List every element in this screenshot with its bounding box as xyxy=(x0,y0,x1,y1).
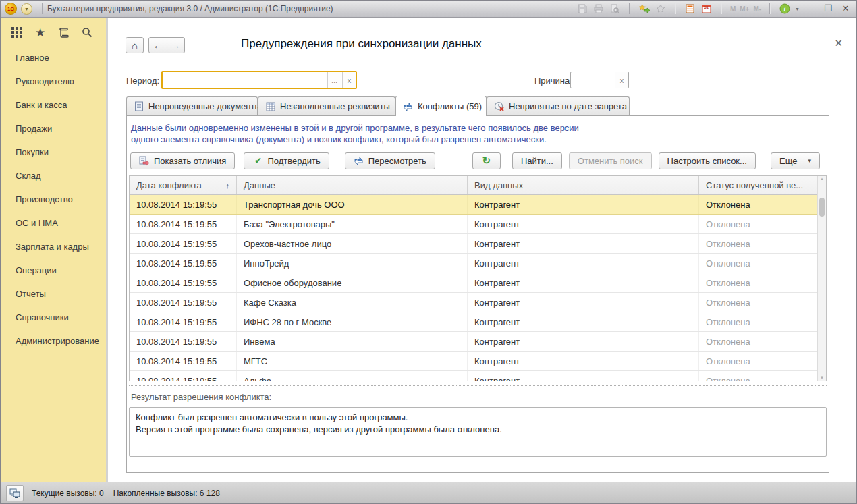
sync-arrows-icon xyxy=(403,101,413,111)
period-clear-button[interactable]: x xyxy=(342,72,356,88)
back-button[interactable]: ← xyxy=(149,38,167,53)
refresh-button[interactable]: ↻ xyxy=(472,152,501,169)
history-icon[interactable] xyxy=(57,26,70,39)
confirm-button[interactable]: ✔Подтвердить xyxy=(244,152,329,169)
cell-data: Транспортная дочь ООО xyxy=(237,195,468,214)
tab-1[interactable]: Незаполненные реквизиты xyxy=(258,96,395,115)
result-text-box: Конфликт был разрешен автоматически в по… xyxy=(129,407,827,457)
favorites-icon[interactable] xyxy=(655,3,667,15)
cell-status: Отклонена xyxy=(699,195,819,214)
info-icon[interactable]: i xyxy=(779,3,791,15)
print-preview-icon[interactable] xyxy=(609,3,621,15)
sidebar-item-6[interactable]: Производство xyxy=(1,188,106,211)
tab-0[interactable]: Непроведенные документы xyxy=(126,96,258,115)
cell-date: 10.08.2014 15:19:55 xyxy=(130,293,237,312)
cell-status: Отклонена xyxy=(699,371,819,381)
button-label: Настроить список... xyxy=(667,156,747,166)
sidebar-item-8[interactable]: Зарплата и кадры xyxy=(1,235,106,258)
sidebar-item-2[interactable]: Банк и касса xyxy=(1,93,106,117)
sidebar-item-0[interactable]: Главное xyxy=(1,46,106,69)
period-ellipsis-button[interactable]: ... xyxy=(327,72,341,88)
column-header-3[interactable]: Статус полученной ве... xyxy=(699,176,819,194)
cell-kind: Контрагент xyxy=(468,312,699,331)
save-icon[interactable] xyxy=(576,3,588,15)
sidebar-item-12[interactable]: Администрирование xyxy=(1,329,106,353)
result-label: Результат разрешения конфликта: xyxy=(131,392,825,402)
sidebar-item-3[interactable]: Продажи xyxy=(1,117,106,140)
table-row[interactable]: 10.08.2014 15:19:55АльфаКонтрагентОтклон… xyxy=(130,371,826,381)
divider xyxy=(629,3,630,14)
table-scrollbar[interactable]: ▲ ▼ xyxy=(817,176,826,381)
cell-data: МГТС xyxy=(237,352,468,370)
sidebar-item-11[interactable]: Справочники xyxy=(1,306,106,329)
cell-kind: Контрагент xyxy=(468,254,699,273)
period-input[interactable] xyxy=(163,72,327,88)
maximize-button[interactable]: ❐ xyxy=(821,3,835,15)
close-page-button[interactable]: ✕ xyxy=(834,38,843,48)
tab-3[interactable]: Непринятые по дате запрета xyxy=(487,96,630,115)
more-label: Еще xyxy=(779,156,797,166)
show-differences-button[interactable]: Показать отличия xyxy=(130,152,235,169)
column-header-2[interactable]: Вид данных xyxy=(468,176,699,194)
find-button[interactable]: Найти... xyxy=(512,152,562,169)
table-row[interactable]: 10.08.2014 15:19:55Офисное оборудованиеК… xyxy=(130,273,826,293)
reason-clear-button[interactable]: x xyxy=(615,72,628,88)
review-button[interactable]: Пересмотреть xyxy=(345,152,435,169)
calculator-icon[interactable] xyxy=(684,3,696,15)
cell-data: База "Электротовары" xyxy=(237,215,468,233)
reason-input[interactable] xyxy=(571,72,615,88)
table-row[interactable]: 10.08.2014 15:19:55ИнвемаКонтрагентОткло… xyxy=(130,332,826,352)
memory-m-minus-button[interactable]: M- xyxy=(753,5,761,13)
button-label: Отменить поиск xyxy=(578,156,643,166)
cell-data: Инвема xyxy=(237,332,468,351)
memory-m-plus-button[interactable]: M+ xyxy=(740,5,749,13)
current-calls: Текущие вызовы: 0 xyxy=(32,488,104,498)
divider xyxy=(42,3,43,14)
sidebar-item-7[interactable]: ОС и НМА xyxy=(1,211,106,235)
cell-date: 10.08.2014 15:19:55 xyxy=(130,312,237,331)
sidebar-item-5[interactable]: Склад xyxy=(1,164,106,188)
calendar-icon[interactable]: 31 xyxy=(700,3,713,15)
close-window-button[interactable]: ✕ xyxy=(839,3,852,15)
configure-list-button[interactable]: Настроить список... xyxy=(659,152,756,169)
add-favorite-icon[interactable] xyxy=(638,3,651,15)
print-icon[interactable] xyxy=(592,3,605,15)
table-row[interactable]: 10.08.2014 15:19:55ИнноТрейдКонтрагентОт… xyxy=(130,254,826,273)
system-menu-dropdown-icon[interactable]: ▼ xyxy=(21,3,32,15)
sections-menu: ГлавноеРуководителюБанк и кассаПродажиПо… xyxy=(1,46,106,353)
table-row[interactable]: 10.08.2014 15:19:55Кафе СказкаКонтрагент… xyxy=(130,293,826,312)
cell-kind: Контрагент xyxy=(468,195,699,214)
sections-menu-icon[interactable] xyxy=(10,26,24,39)
table-row[interactable]: 10.08.2014 15:19:55База "Электротовары"К… xyxy=(130,215,826,234)
scrollbar-thumb[interactable] xyxy=(819,198,825,217)
sidebar-item-9[interactable]: Операции xyxy=(1,258,106,282)
column-header-1[interactable]: Данные xyxy=(237,176,468,194)
cell-date: 10.08.2014 15:19:55 xyxy=(130,371,237,381)
more-button[interactable]: Еще▾ xyxy=(771,152,820,169)
sidebar-item-10[interactable]: Отчеты xyxy=(1,282,106,306)
forward-button[interactable]: → xyxy=(167,38,185,53)
sidebar-item-4[interactable]: Покупки xyxy=(1,140,106,164)
tab-2[interactable]: Конфликты (59) xyxy=(395,96,487,116)
scroll-down-icon[interactable]: ▼ xyxy=(818,376,826,380)
table-row[interactable]: 10.08.2014 15:19:55Орехов-частное лицоКо… xyxy=(130,234,826,254)
cell-kind: Контрагент xyxy=(468,332,699,351)
minimize-button[interactable]: – xyxy=(804,3,817,15)
accumulated-calls: Накопленные вызовы: 6 128 xyxy=(113,488,220,498)
column-header-0[interactable]: Дата конфликта↑ xyxy=(130,176,237,194)
server-calls-icon[interactable] xyxy=(6,485,24,501)
table-row[interactable]: 10.08.2014 15:19:55ИФНС 28 по г МосквеКо… xyxy=(130,312,826,332)
period-field-wrap: ... x xyxy=(161,71,357,89)
favorites-star-icon[interactable]: ★ xyxy=(34,26,47,39)
sidebar-item-1[interactable]: Руководителю xyxy=(1,69,106,93)
cell-status: Отклонена xyxy=(699,254,819,273)
search-icon[interactable] xyxy=(80,26,94,39)
cell-data: Офисное оборудование xyxy=(237,273,468,292)
scroll-up-icon[interactable]: ▲ xyxy=(818,177,826,181)
home-button[interactable]: ⌂ xyxy=(126,37,144,53)
cancel-search-button[interactable]: Отменить поиск xyxy=(569,152,652,169)
memory-m-button[interactable]: M xyxy=(730,5,736,13)
info-dropdown-icon[interactable]: ▼ xyxy=(795,7,800,11)
table-row[interactable]: 10.08.2014 15:19:55МГТСКонтрагентОтклоне… xyxy=(130,352,826,371)
table-row[interactable]: 10.08.2014 15:19:55Транспортная дочь ООО… xyxy=(130,195,826,215)
